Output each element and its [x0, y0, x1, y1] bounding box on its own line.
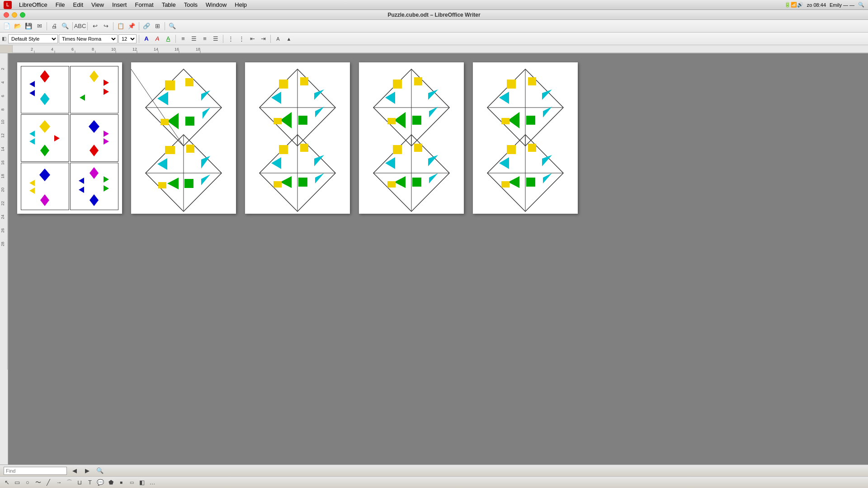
separator [47, 22, 47, 30]
search-icon[interactable]: 🔍 [858, 2, 864, 8]
maximize-button[interactable] [20, 12, 25, 18]
underline-button[interactable]: A [163, 34, 173, 44]
new-button[interactable]: 📄 [2, 21, 12, 31]
numbering-button[interactable]: ⋮ [226, 34, 236, 44]
separator [87, 22, 88, 30]
indent-button[interactable]: ⇥ [258, 34, 268, 44]
bold-button[interactable]: A [142, 34, 151, 44]
font-color-button[interactable]: A [273, 34, 283, 44]
italic-button[interactable]: A [152, 34, 162, 44]
outdent-button[interactable]: ⇤ [247, 34, 257, 44]
find-input[interactable] [4, 467, 67, 475]
highlight-button[interactable]: ▲ [284, 34, 294, 44]
draw-shapes[interactable]: ⬟ [106, 478, 116, 488]
minimize-button[interactable] [12, 12, 17, 18]
find-button[interactable]: 🔍 [167, 21, 177, 31]
user-name: Emily — — [830, 2, 854, 8]
menu-insert[interactable]: Insert [108, 0, 131, 9]
draw-connector[interactable]: ⊔ [75, 478, 85, 488]
menu-tools[interactable]: Tools [180, 0, 201, 9]
svg-text:16: 16 [0, 160, 5, 165]
draw-curve[interactable]: ⌒ [64, 478, 74, 488]
card-6 [70, 163, 118, 210]
align-justify-button[interactable]: ☰ [211, 34, 221, 44]
find-close-button[interactable]: 🔍 [95, 466, 105, 476]
align-left-button[interactable]: ≡ [178, 34, 188, 44]
svg-rect-114 [387, 118, 396, 124]
menu-table[interactable]: Table [158, 0, 179, 9]
svg-marker-132 [499, 92, 509, 104]
style-label: ◧ [2, 36, 6, 42]
undo-button[interactable]: ↩ [90, 21, 100, 31]
card-4 [70, 114, 118, 162]
draw-line[interactable]: ╱ [43, 478, 53, 488]
svg-text:2: 2 [31, 47, 33, 52]
draw-arrow[interactable]: → [54, 478, 64, 488]
save-button[interactable]: 💾 [24, 21, 33, 31]
draw-text[interactable]: T [85, 478, 95, 488]
menu-help[interactable]: Help [231, 0, 250, 9]
svg-marker-42 [39, 120, 50, 133]
separator [270, 35, 271, 43]
canvas-area[interactable] [8, 53, 868, 465]
style-dropdown[interactable]: Default Style [8, 34, 58, 43]
svg-rect-124 [412, 178, 421, 187]
email-button[interactable]: ✉ [34, 21, 44, 31]
find-next-button[interactable]: ▶ [82, 466, 92, 476]
draw-fill-color[interactable]: ■ [116, 478, 126, 488]
svg-text:12: 12 [0, 133, 5, 138]
open-button[interactable]: 📂 [13, 21, 23, 31]
copy-button[interactable]: 📋 [116, 21, 126, 31]
align-right-button[interactable]: ≡ [200, 34, 210, 44]
svg-marker-93 [315, 107, 324, 117]
window-title: Puzzle.cube.odt – LibreOffice Writer [387, 12, 480, 18]
svg-marker-38 [90, 70, 99, 82]
align-center-button[interactable]: ☰ [189, 34, 199, 44]
svg-rect-91 [298, 116, 307, 125]
svg-text:22: 22 [0, 201, 5, 206]
ruler-area: 2 4 6 8 10 12 14 16 18 [0, 45, 868, 53]
svg-marker-121 [385, 157, 395, 169]
draw-freeform[interactable]: 〜 [33, 478, 43, 488]
separator [165, 22, 165, 30]
print-button[interactable]: 🖨 [49, 21, 59, 31]
svg-marker-145 [508, 176, 519, 188]
close-button[interactable] [4, 12, 9, 18]
svg-text:26: 26 [0, 228, 5, 233]
menu-libreoffice[interactable]: LibreOffice [15, 0, 51, 9]
draw-ellipse[interactable]: ○ [23, 478, 33, 488]
menu-format[interactable]: Format [131, 0, 157, 9]
svg-rect-64 [165, 80, 175, 90]
app-logo: L [4, 1, 12, 9]
svg-rect-70 [160, 119, 169, 125]
hyperlink-button[interactable]: 🔗 [142, 21, 151, 31]
draw-shadow[interactable]: ◧ [137, 478, 147, 488]
bullets-button[interactable]: ⋮ [236, 34, 246, 44]
font-dropdown[interactable]: Times New Roma [59, 34, 118, 43]
svg-marker-143 [499, 157, 509, 169]
separator [113, 22, 113, 30]
draw-line-color[interactable]: ▭ [127, 478, 137, 488]
draw-extras[interactable]: … [147, 478, 157, 488]
menu-window[interactable]: Window [202, 0, 230, 9]
draw-callout[interactable]: 💬 [95, 478, 105, 488]
svg-rect-75 [165, 146, 175, 154]
svg-marker-57 [104, 185, 109, 192]
menu-file[interactable]: File [52, 0, 69, 9]
svg-marker-49 [104, 138, 109, 145]
draw-rect[interactable]: ▭ [12, 478, 22, 488]
paste-button[interactable]: 📌 [127, 21, 137, 31]
menu-edit[interactable]: Edit [70, 0, 87, 9]
menu-view[interactable]: View [88, 0, 108, 9]
svg-marker-134 [508, 112, 519, 128]
font-size-dropdown[interactable]: 12 [118, 34, 137, 43]
svg-marker-34 [40, 70, 49, 82]
print-preview-button[interactable]: 🔍 [60, 21, 70, 31]
redo-button[interactable]: ↪ [101, 21, 111, 31]
spellcheck-button[interactable]: ABC [75, 21, 85, 31]
table-button[interactable]: ⊞ [152, 21, 162, 31]
svg-marker-40 [104, 89, 109, 95]
draw-select[interactable]: ↖ [2, 478, 12, 488]
svg-rect-92 [274, 118, 282, 124]
find-prev-button[interactable]: ◀ [70, 466, 80, 476]
